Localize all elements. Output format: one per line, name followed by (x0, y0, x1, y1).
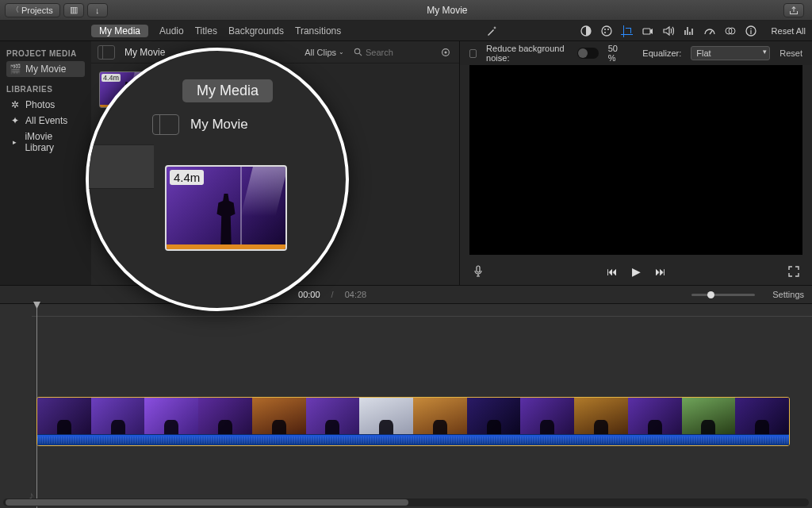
svg-rect-5 (643, 29, 650, 34)
playhead-time: 00:00 (298, 290, 320, 299)
sidebar-item-project[interactable]: 🎬 My Movie (6, 61, 85, 77)
back-label: Projects (21, 6, 53, 15)
zoom-slider[interactable] (691, 294, 755, 296)
timeline[interactable]: ♪ (0, 304, 812, 508)
zoom-callout: My Media My Movie 4.4m (86, 48, 349, 311)
svg-point-11 (444, 51, 446, 53)
window-title: My Movie (111, 5, 783, 16)
layout-toggle-button[interactable] (98, 45, 115, 60)
info-icon (745, 25, 757, 37)
stabilize-button[interactable] (640, 24, 656, 38)
tab-transitions[interactable]: Transitions (295, 25, 341, 37)
skip-forward-icon: ⏭ (655, 265, 666, 278)
all-clips-dropdown[interactable]: All Clips ⌄ (304, 48, 344, 57)
sidebar-item-label: iMovie Library (25, 131, 82, 153)
sidebar-item-label: My Movie (25, 64, 66, 75)
tab-backgrounds[interactable]: Backgrounds (228, 25, 284, 37)
browser-settings-button[interactable] (439, 45, 453, 60)
gear-icon (440, 47, 451, 58)
sidebar-item-photos[interactable]: ✲ Photos (6, 97, 85, 113)
reset-all-button[interactable]: Reset All (772, 26, 806, 36)
lens-tab-my-media: My Media (182, 79, 273, 102)
download-button[interactable]: ↓ (87, 3, 108, 17)
sidebar-item-label: All Events (25, 115, 67, 126)
total-duration: 04:28 (345, 290, 367, 299)
library-sidebar: PROJECT MEDIA 🎬 My Movie LIBRARIES ✲ Pho… (0, 41, 91, 285)
photos-icon: ✲ (10, 99, 21, 110)
inspector-icons: Reset All (578, 24, 806, 38)
crop-button[interactable] (619, 24, 635, 38)
overlap-circles-icon (724, 25, 737, 37)
crop-icon (621, 25, 634, 37)
clip-duration-badge: 4.4m (102, 74, 121, 82)
svg-point-1 (602, 26, 611, 36)
search-field[interactable] (350, 47, 432, 58)
svg-point-3 (607, 29, 609, 30)
speedometer-icon (703, 25, 716, 37)
voiceover-button[interactable] (473, 265, 484, 278)
lens-clip-duration: 4.4m (170, 170, 204, 185)
search-icon (354, 48, 362, 56)
equalizer-select[interactable]: Flat (691, 46, 770, 60)
star-icon: ✦ (10, 115, 21, 126)
noise-slider[interactable] (577, 48, 599, 59)
clapperboard-icon: 🎬 (10, 64, 21, 75)
share-icon (789, 6, 799, 15)
next-button[interactable]: ⏭ (655, 265, 666, 278)
horizontal-scrollbar[interactable] (3, 498, 809, 506)
back-projects-button[interactable]: 〈 Projects (5, 3, 60, 17)
color-balance-icon (580, 25, 592, 37)
microphone-icon (473, 265, 484, 278)
lens-layout-icon (152, 114, 179, 135)
speed-button[interactable] (702, 24, 718, 38)
prev-button[interactable]: ⏮ (607, 265, 618, 278)
media-tabs-row: My Media Audio Titles Backgrounds Transi… (0, 21, 812, 41)
color-correct-button[interactable] (599, 24, 615, 38)
equalizer-label: Equalizer: (642, 48, 681, 58)
filter-button[interactable] (722, 24, 738, 38)
tab-my-media[interactable]: My Media (91, 25, 148, 37)
timeline-header: 00:00 / 04:28 Settings (0, 285, 812, 304)
camera-icon (642, 25, 653, 37)
media-tabs: My Media Audio Titles Backgrounds Transi… (91, 25, 341, 37)
window-toolbar: 〈 Projects ▥ ↓ My Movie (0, 0, 812, 21)
sidebar-item-imovie-library[interactable]: ▸ iMovie Library (6, 129, 85, 156)
svg-rect-12 (477, 266, 480, 272)
volume-icon (662, 25, 675, 37)
sidebar-item-all-events[interactable]: ✦ All Events (6, 113, 85, 129)
tab-audio[interactable]: Audio (159, 25, 184, 37)
fullscreen-button[interactable] (788, 266, 799, 277)
chevron-down-icon: ⌄ (339, 48, 344, 56)
tab-titles[interactable]: Titles (195, 25, 217, 37)
enhance-wand-button[interactable] (484, 24, 500, 38)
browser-toolbar: My Movie All Clips ⌄ (91, 41, 459, 64)
palette-icon (600, 25, 613, 37)
info-button[interactable] (743, 24, 759, 38)
svg-point-9 (354, 48, 359, 53)
search-input[interactable] (366, 48, 429, 57)
chevron-left-icon: 〈 (12, 5, 19, 15)
all-clips-label: All Clips (304, 48, 336, 57)
transport-bar: ⏮ ▶ ⏭ (460, 258, 812, 285)
audio-waveform[interactable] (37, 434, 789, 445)
share-button[interactable] (783, 3, 804, 17)
play-icon: ▶ (632, 265, 641, 278)
timeline-clip[interactable] (36, 397, 790, 446)
timeline-ruler[interactable] (32, 309, 812, 317)
volume-button[interactable] (661, 24, 676, 38)
fullscreen-icon (788, 266, 799, 277)
skip-back-icon: ⏮ (607, 265, 618, 278)
import-button[interactable]: ▥ (63, 3, 84, 17)
lens-browser-title: My Movie (190, 117, 248, 133)
noise-eq-button[interactable] (681, 24, 697, 38)
color-balance-button[interactable] (578, 24, 594, 38)
play-button[interactable]: ▶ (632, 265, 641, 278)
reset-button[interactable]: Reset (779, 48, 802, 58)
equalizer-icon (683, 25, 695, 37)
svg-point-4 (604, 32, 606, 33)
video-viewer[interactable] (469, 65, 802, 255)
svg-point-2 (604, 29, 606, 30)
timeline-settings-button[interactable]: Settings (772, 290, 804, 299)
noise-percentage: 50 % (608, 44, 624, 63)
reduce-noise-checkbox[interactable] (469, 49, 477, 58)
